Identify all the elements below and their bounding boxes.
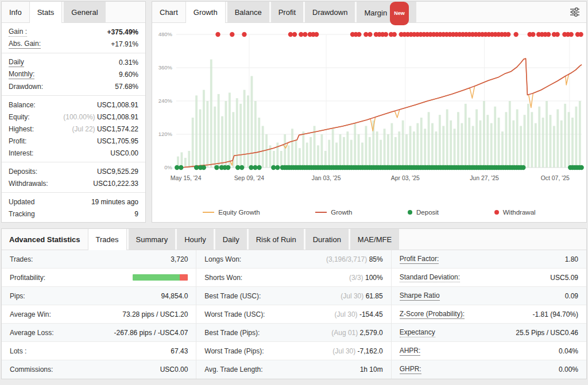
- chart-settings-button[interactable]: [563, 2, 586, 22]
- equity-bar: [387, 134, 389, 168]
- stat-row-updated: Updated19 minutes ago: [2, 196, 145, 208]
- withdrawal-dot: [215, 32, 220, 37]
- equity-bar: [416, 123, 419, 168]
- legend-item-deposit[interactable]: Deposit: [408, 209, 439, 216]
- tab-daily[interactable]: Daily: [215, 229, 247, 250]
- tab-chart[interactable]: Chart: [152, 2, 185, 22]
- stat-label: Equity:: [9, 113, 30, 121]
- tab-trades[interactable]: Trades: [88, 229, 127, 250]
- tab-margin[interactable]: MarginNew: [357, 2, 416, 22]
- stat-label[interactable]: Daily: [9, 58, 24, 67]
- withdrawal-dot: [368, 32, 372, 37]
- stat-value: 0.09: [565, 292, 578, 300]
- withdrawal-dot: [230, 32, 234, 37]
- stat-value: USC1,008.91: [97, 101, 138, 109]
- stat-value: USC5.09: [550, 274, 578, 282]
- stat-value: 67.43: [171, 347, 188, 355]
- equity-bar: [195, 95, 198, 168]
- tab-general[interactable]: General: [64, 2, 105, 22]
- stat-value: 3,720: [171, 255, 188, 263]
- stat-value: 9: [134, 210, 138, 218]
- stat-cell-trades: Trades:3,720: [2, 250, 196, 269]
- deposit-dot: [202, 165, 206, 170]
- tab-info[interactable]: Info: [2, 2, 29, 22]
- stat-row-highest: Highest:(Jul 22) USC1,574.22: [2, 123, 145, 135]
- legend-line-swatch: [203, 212, 214, 213]
- equity-bar: [339, 134, 342, 168]
- tab-growth[interactable]: Growth: [185, 2, 226, 23]
- equity-bar: [512, 120, 514, 168]
- stat-row-daily: Daily0.31%: [2, 56, 145, 68]
- stat-value: USC0.00: [110, 149, 138, 157]
- stat-value: 94,854.0: [161, 292, 188, 300]
- stat-label: Worst Trade (Pips):: [204, 347, 264, 355]
- tab-advanced-statistics[interactable]: Advanced Statistics: [2, 229, 88, 250]
- equity-bar: [299, 148, 301, 168]
- equity-bar: [475, 110, 478, 168]
- legend-item-equity-growth[interactable]: Equity Growth: [203, 209, 260, 216]
- tab-label: Chart: [160, 8, 178, 17]
- stat-label: Shorts Won:: [204, 274, 242, 282]
- tab-duration[interactable]: Duration: [305, 229, 349, 250]
- stats-column: Profit Factor:1.80Standard Deviation:USC…: [392, 250, 586, 379]
- stat-label: Average Loss:: [10, 329, 54, 337]
- equity-bar: [320, 134, 323, 168]
- deposit-dot: [226, 165, 230, 170]
- equity-bar: [243, 90, 246, 168]
- withdrawal-dot: [303, 32, 307, 37]
- y-tick-label: 0%: [164, 164, 172, 170]
- profitability-bar-loss: [180, 274, 188, 281]
- stat-cell-z-score-probability: Z-Score (Probability):-1.81 (94.70%): [392, 305, 586, 324]
- legend-item-growth[interactable]: Growth: [315, 209, 352, 216]
- tab-profit[interactable]: Profit: [271, 2, 303, 22]
- stat-label[interactable]: Expectancy: [400, 328, 435, 337]
- equity-bar: [479, 120, 482, 168]
- stat-value: USC9,525.29: [97, 168, 138, 176]
- equity-bar: [424, 129, 426, 168]
- stat-value: (Jul 30) -7,162.0: [332, 347, 382, 355]
- stat-label[interactable]: Standard Deviation:: [400, 273, 460, 282]
- tab-label: Profit: [278, 8, 296, 17]
- stat-label[interactable]: AHPR:: [400, 347, 421, 356]
- advanced-statistics-panel: Advanced StatisticsTradesSummaryHourlyDa…: [1, 228, 587, 379]
- equity-bar: [413, 131, 415, 168]
- stat-label: Pips:: [10, 292, 25, 300]
- stat-label[interactable]: Sharpe Ratio: [400, 291, 440, 301]
- stat-label[interactable]: Gain :: [9, 28, 27, 37]
- stat-value: USC10,222.33: [93, 180, 138, 188]
- tab-stats[interactable]: Stats: [29, 2, 63, 23]
- legend-item-withdrawal[interactable]: Withdrawal: [494, 209, 536, 216]
- equity-bar: [505, 112, 507, 168]
- equity-bar: [405, 134, 408, 168]
- deposit-dot: [214, 165, 219, 170]
- equity-bar: [579, 101, 581, 168]
- tab-mae-mfe[interactable]: MAE/MFE: [350, 229, 399, 250]
- tab-summary[interactable]: Summary: [129, 229, 176, 250]
- stat-label[interactable]: Profit Factor:: [400, 255, 439, 264]
- stat-cell-commissions: Commissions:USC0.00: [2, 360, 196, 379]
- tab-label: Trades: [96, 235, 119, 244]
- tab-drawdown[interactable]: Drawdown: [305, 2, 355, 22]
- stat-value: (Aug 01) 2,579.0: [331, 329, 382, 337]
- tab-balance[interactable]: Balance: [227, 2, 269, 22]
- stat-label[interactable]: GHPR:: [400, 365, 421, 374]
- stat-label[interactable]: Abs. Gain:: [9, 40, 41, 49]
- equity-bar: [332, 129, 334, 168]
- equity-bar: [431, 123, 434, 168]
- stat-cell-ahpr: AHPR:0.04%: [392, 342, 586, 360]
- equity-bar: [258, 118, 260, 168]
- tab-risk-of-ruin[interactable]: Risk of Ruin: [249, 229, 304, 250]
- stat-label: Balance:: [9, 101, 36, 109]
- stat-row-equity: Equity:(100.00%) USC1,008.91: [2, 111, 145, 123]
- stat-row-abs-gain: Abs. Gain:+17.91%: [2, 38, 145, 50]
- stat-label: Drawdown:: [9, 83, 43, 91]
- stat-label[interactable]: Z-Score (Probability):: [400, 310, 465, 319]
- stat-label[interactable]: Monthly:: [9, 70, 34, 79]
- equity-bar: [317, 145, 319, 168]
- growth-chart-panel: ChartGrowthBalanceProfitDrawdownMarginNe…: [152, 1, 587, 223]
- tab-hourly[interactable]: Hourly: [177, 229, 214, 250]
- profitability-bar-win: [133, 274, 180, 281]
- top-section: InfoStatsGeneral Gain :+375.49%Abs. Gain…: [0, 0, 588, 223]
- equity-bar: [516, 110, 519, 168]
- equity-bar: [384, 129, 386, 168]
